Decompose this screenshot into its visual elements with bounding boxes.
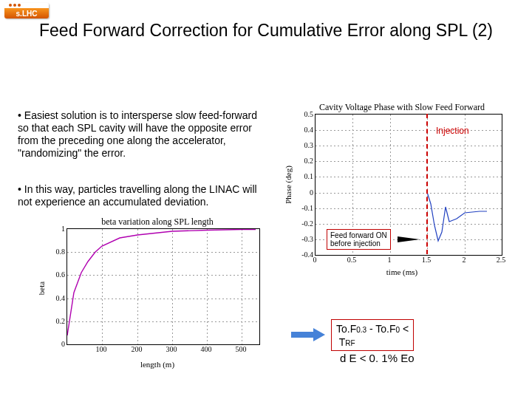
svg-marker-1 bbox=[313, 328, 325, 341]
equation-line2: TRF bbox=[336, 335, 409, 349]
ytick: 0.6 bbox=[56, 270, 66, 279]
equation-line1: To.F0.3 - To.F0 < bbox=[336, 322, 409, 335]
ytick: 0 bbox=[61, 340, 65, 348]
xtick: 500 bbox=[236, 345, 247, 353]
logo-text: s.LHC bbox=[16, 10, 38, 18]
xtick: 0 bbox=[313, 256, 317, 264]
xtick: 200 bbox=[132, 345, 143, 353]
chart-beta-ylabel: beta bbox=[37, 282, 46, 295]
ytick: -0.1 bbox=[301, 204, 313, 212]
bullet-2: • In this way, particles travelling alon… bbox=[18, 183, 269, 208]
chart-phase-title: Cavity Voltage Phase with Slow Feed Forw… bbox=[294, 102, 510, 113]
ytick: 0 bbox=[310, 188, 313, 197]
ytick: 1 bbox=[61, 225, 65, 233]
ytick: 0.8 bbox=[56, 248, 66, 256]
page-title: Feed Forward Correction for Cumulative E… bbox=[0, 21, 532, 41]
ytick: 0.2 bbox=[56, 317, 66, 325]
slhc-logo: s.LHC bbox=[4, 3, 49, 18]
ytick: 0.3 bbox=[304, 141, 314, 149]
equation-result: d E < 0. 1% Eo bbox=[340, 352, 414, 364]
ff-box-line2: before injection bbox=[330, 239, 387, 248]
feedforward-box: Feed forward ON before injection bbox=[327, 229, 391, 250]
xtick: 0.5 bbox=[347, 256, 357, 264]
chart-beta: beta variation along SPL length beta len… bbox=[46, 218, 269, 358]
ytick: 0.5 bbox=[304, 110, 314, 118]
xtick: 2 bbox=[463, 256, 466, 264]
xtick: 100 bbox=[96, 345, 107, 353]
arrow-right-icon bbox=[291, 328, 325, 341]
ff-box-line1: Feed forward ON bbox=[330, 231, 387, 239]
logo-dots bbox=[9, 4, 21, 7]
injection-label: Injection bbox=[436, 126, 469, 136]
feedforward-arrow-icon bbox=[398, 236, 420, 242]
ytick: 0.1 bbox=[304, 172, 314, 180]
svg-rect-0 bbox=[291, 332, 313, 338]
xtick: 2.5 bbox=[497, 256, 506, 264]
chart-beta-line bbox=[67, 229, 259, 344]
xtick: 1 bbox=[388, 256, 392, 264]
ytick: -0.4 bbox=[301, 250, 313, 259]
injection-line bbox=[426, 114, 428, 254]
chart-beta-xlabel: length (m) bbox=[46, 360, 269, 369]
chart-beta-title: beta variation along SPL length bbox=[46, 216, 269, 228]
xtick: 400 bbox=[201, 345, 212, 353]
ytick: -0.2 bbox=[301, 219, 313, 228]
ytick: -0.3 bbox=[301, 235, 313, 243]
ytick: 0.2 bbox=[304, 157, 314, 165]
bullet-1: • Easiest solution is to intersperse slo… bbox=[18, 109, 269, 160]
chart-beta-plotarea bbox=[66, 228, 260, 345]
chart-phase: Cavity Voltage Phase with Slow Feed Forw… bbox=[294, 103, 510, 266]
xtick: 300 bbox=[166, 345, 177, 353]
ytick: 0.4 bbox=[304, 126, 314, 134]
xtick: 1.5 bbox=[422, 256, 432, 264]
ytick: 0.4 bbox=[56, 294, 66, 302]
equation-box: To.F0.3 - To.F0 < TRF bbox=[331, 319, 414, 351]
chart-phase-xlabel: time (ms) bbox=[294, 267, 510, 276]
chart-phase-ylabel: Phase (deg) bbox=[284, 166, 293, 204]
